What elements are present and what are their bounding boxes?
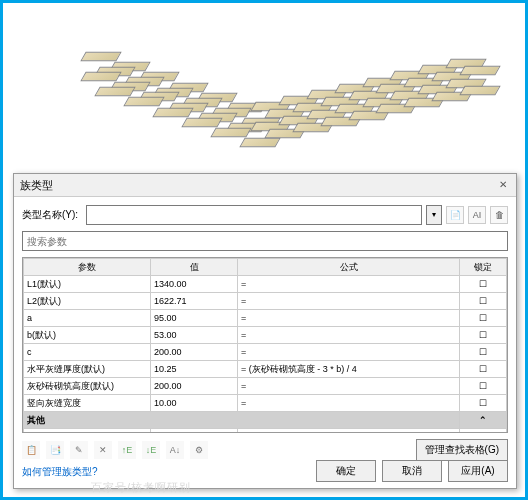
cell-f[interactable]: = (L1 * c + (L2 - c) * c) * 灰砂砖砌筑高度 - a bbox=[238, 429, 460, 434]
search-input[interactable] bbox=[22, 231, 508, 251]
table-row[interactable]: a95.00=☐ bbox=[24, 310, 507, 327]
cell-v[interactable]: 53.00 bbox=[151, 327, 238, 344]
cell-f[interactable]: = bbox=[238, 276, 460, 293]
lock-checkbox[interactable]: ☐ bbox=[460, 378, 507, 395]
brick-wall-model bbox=[63, 13, 463, 173]
table-row[interactable]: L1(默认)1340.00=☐ bbox=[24, 276, 507, 293]
family-types-dialog: 族类型 ✕ 类型名称(Y): ▾ 📄 AI 🗑 参数 值 公式 锁定 L1(默认… bbox=[13, 173, 517, 489]
cancel-button[interactable]: 取消 bbox=[382, 460, 442, 482]
move-down-icon[interactable]: ↓E bbox=[142, 441, 160, 459]
table-row[interactable]: 水平灰缝厚度(默认)10.25= (灰砂砖砌筑高度 - 3 * b) / 4☐ bbox=[24, 361, 507, 378]
parameters-grid[interactable]: 参数 值 公式 锁定 L1(默认)1340.00=☐L2(默认)1622.71=… bbox=[22, 257, 508, 433]
edit-param-icon[interactable]: ✎ bbox=[70, 441, 88, 459]
cell-p[interactable]: b(默认) bbox=[24, 327, 151, 344]
type-dropdown-icon[interactable]: ▾ bbox=[426, 205, 442, 225]
table-row[interactable]: c200.00=☐ bbox=[24, 344, 507, 361]
type-name-input[interactable] bbox=[86, 205, 422, 225]
cell-p[interactable]: L1(默认) bbox=[24, 276, 151, 293]
dialog-titlebar: 族类型 ✕ bbox=[14, 174, 516, 197]
dialog-title: 族类型 bbox=[20, 178, 53, 193]
cell-f[interactable]: = bbox=[238, 395, 460, 412]
add-shared-icon[interactable]: 📑 bbox=[46, 441, 64, 459]
cell-v[interactable]: 200.00 bbox=[151, 344, 238, 361]
cell-p[interactable]: L2(默认) bbox=[24, 293, 151, 310]
lock-checkbox[interactable]: ☐ bbox=[460, 276, 507, 293]
cell-v[interactable]: 200.00 bbox=[151, 378, 238, 395]
sort-icon[interactable]: A↓ bbox=[166, 441, 184, 459]
manage-lookup-button[interactable]: 管理查找表格(G) bbox=[416, 439, 508, 461]
cell-f[interactable]: = (灰砂砖砌筑高度 - 3 * b) / 4 bbox=[238, 361, 460, 378]
cell-f[interactable]: = bbox=[238, 293, 460, 310]
cell-f[interactable]: = bbox=[238, 327, 460, 344]
cell-f[interactable]: = bbox=[238, 310, 460, 327]
lock-checkbox[interactable]: ☐ bbox=[460, 344, 507, 361]
table-row[interactable]: 竖向灰缝宽度10.00=☐ bbox=[24, 395, 507, 412]
cell-v[interactable]: 1340.00 bbox=[151, 276, 238, 293]
table-row[interactable]: b(默认)53.00=☐ bbox=[24, 327, 507, 344]
rename-icon[interactable]: AI bbox=[468, 206, 486, 224]
cell-p[interactable]: 灰砂砖砌筑高度(默认) bbox=[24, 378, 151, 395]
cell-p[interactable]: c bbox=[24, 344, 151, 361]
ok-button[interactable]: 确定 bbox=[316, 460, 376, 482]
col-lock: 锁定 bbox=[460, 259, 507, 276]
cell-p[interactable]: a bbox=[24, 310, 151, 327]
table-row[interactable]: 灰砂砖砌筑高度(默认)200.00=☐ bbox=[24, 378, 507, 395]
close-icon[interactable]: ✕ bbox=[496, 178, 510, 192]
cell-v[interactable]: 1622.71 bbox=[151, 293, 238, 310]
cell-f[interactable]: = bbox=[238, 344, 460, 361]
section-collapse-icon[interactable]: ⌃ bbox=[460, 412, 507, 429]
delete-param-icon[interactable]: ✕ bbox=[94, 441, 112, 459]
new-type-icon[interactable]: 📄 bbox=[446, 206, 464, 224]
lock-checkbox[interactable]: ☐ bbox=[460, 293, 507, 310]
filter-icon[interactable]: ⚙ bbox=[190, 441, 208, 459]
cell-v[interactable]: 10.00 bbox=[151, 395, 238, 412]
apply-button[interactable]: 应用(A) bbox=[448, 460, 508, 482]
move-up-icon[interactable]: ↑E bbox=[118, 441, 136, 459]
lock-checkbox[interactable]: ☐ bbox=[460, 429, 507, 434]
type-name-label: 类型名称(Y): bbox=[22, 208, 82, 222]
add-param-icon[interactable]: 📋 bbox=[22, 441, 40, 459]
param-toolbar: 📋 📑 ✎ ✕ ↑E ↓E A↓ ⚙ 管理查找表格(G) bbox=[22, 439, 508, 461]
col-param: 参数 bbox=[24, 259, 151, 276]
delete-icon[interactable]: 🗑 bbox=[490, 206, 508, 224]
lock-checkbox[interactable]: ☐ bbox=[460, 361, 507, 378]
col-value: 值 bbox=[151, 259, 238, 276]
section-header: 其他 bbox=[24, 412, 460, 429]
lock-checkbox[interactable]: ☐ bbox=[460, 327, 507, 344]
lock-checkbox[interactable]: ☐ bbox=[460, 395, 507, 412]
cell-v[interactable]: 0.032 bbox=[151, 429, 238, 434]
lock-checkbox[interactable]: ☐ bbox=[460, 310, 507, 327]
table-row[interactable]: L2(默认)1622.71=☐ bbox=[24, 293, 507, 310]
cell-p[interactable]: 水平灰缝厚度(默认) bbox=[24, 361, 151, 378]
cell-f[interactable]: = bbox=[238, 378, 460, 395]
cell-p[interactable]: 竖向灰缝宽度 bbox=[24, 395, 151, 412]
col-formula: 公式 bbox=[238, 259, 460, 276]
table-row[interactable]: L端部水泥砂浆体积(默认)0.032= (L1 * c + (L2 - c) *… bbox=[24, 429, 507, 434]
cell-v[interactable]: 10.25 bbox=[151, 361, 238, 378]
help-link[interactable]: 如何管理族类型? bbox=[22, 465, 98, 479]
cell-v[interactable]: 95.00 bbox=[151, 310, 238, 327]
cell-p[interactable]: L端部水泥砂浆体积(默认) bbox=[24, 429, 151, 434]
